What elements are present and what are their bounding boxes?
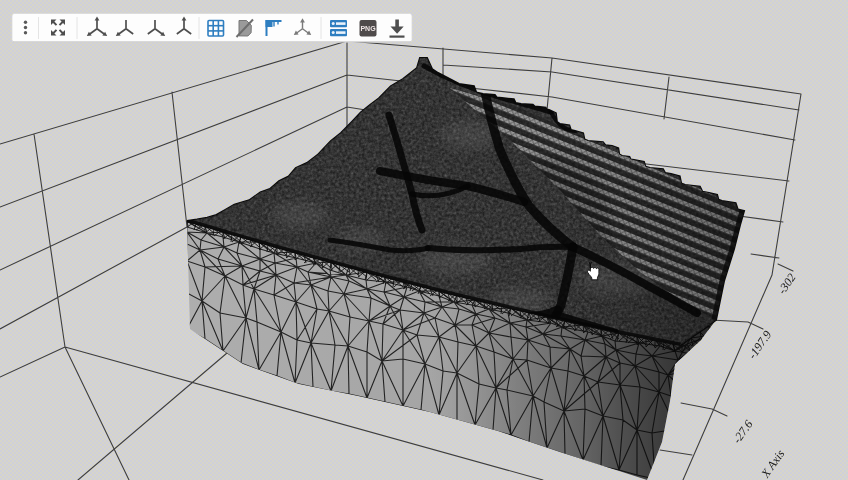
svg-text:PNG: PNG (360, 25, 376, 32)
